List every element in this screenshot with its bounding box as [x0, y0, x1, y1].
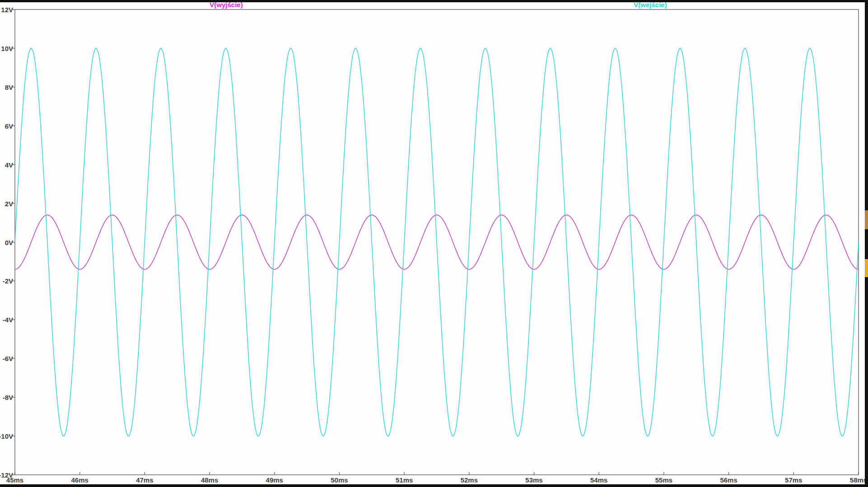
waveform-viewer-window: V(wyjście) V(wejście) 12V10V8V6V4V2V0V-2…	[0, 0, 868, 487]
tan-block	[865, 210, 868, 229]
x-tick-label: 53ms	[525, 476, 542, 484]
y-tick-label: -6V	[3, 355, 13, 362]
x-tick-label: 49ms	[266, 476, 283, 484]
window-frame-right	[865, 0, 868, 487]
window-frame-bottom	[0, 484, 868, 487]
y-tick-label: 2V	[5, 199, 13, 207]
x-tick-label: 54ms	[590, 476, 607, 484]
y-tick-label: -2V	[3, 277, 13, 285]
x-tick-label: 47ms	[136, 476, 153, 484]
x-tick-label: 50ms	[331, 476, 348, 484]
waveform-plot-area[interactable]	[0, 0, 868, 487]
y-tick-label: 12V	[1, 6, 13, 14]
x-tick-label: 46ms	[71, 476, 89, 484]
y-tick-label: -4V	[3, 316, 13, 324]
x-tick-label: 57ms	[785, 476, 802, 484]
window-frame-top	[0, 0, 868, 2]
y-tick-label: -10V	[0, 432, 13, 440]
trace-v-wejscie[interactable]	[15, 48, 859, 436]
x-tick-label: 55ms	[655, 476, 672, 484]
x-tick-label: 45ms	[6, 476, 23, 484]
x-tick-label: 56ms	[720, 476, 737, 484]
y-tick-label: 0V	[5, 238, 13, 246]
y-tick-label: 4V	[5, 161, 13, 168]
y-tick-label: 10V	[1, 44, 13, 52]
x-tick-label: 48ms	[201, 476, 218, 484]
gold-block	[865, 259, 868, 277]
x-tick-label: 52ms	[461, 476, 478, 484]
x-tick-label: 51ms	[396, 476, 413, 484]
y-tick-label: -8V	[3, 394, 13, 401]
y-tick-label: 6V	[5, 122, 13, 130]
y-tick-label: 8V	[5, 83, 13, 91]
